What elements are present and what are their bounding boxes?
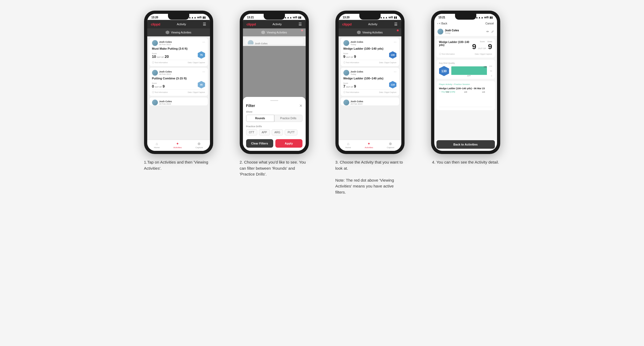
phone-3: 13:20 ▲▲▲ wifi ▮▮ clippd Activity ☰ <box>335 11 405 154</box>
activity-card-3-1[interactable]: Josh Coles Today ··· Wedge Ladder (100–1… <box>341 38 399 66</box>
user-date-1-2: 28 Feb 2023 <box>159 73 172 75</box>
dots-menu-1-1[interactable]: ··· <box>202 40 205 44</box>
step-1-description: 1.Tap on Activities and then 'Viewing Ac… <box>144 159 213 171</box>
bottom-tabs-1: ⌂ Home ✦ Activities ⊕ Capture <box>147 140 210 151</box>
step-2-column: 13:21 ▲▲▲ wifi ▮▮ clippd Activity ☰ <box>232 11 317 177</box>
user-info-1-3: Josh Coles 28 Feb 2023 <box>152 100 172 105</box>
phone-notch-1 <box>168 14 189 20</box>
tag-putt[interactable]: PUTT <box>285 129 297 135</box>
step-1-column: 13:20 ▲▲▲ wifi ▮▮ clippd Activity ☰ <box>136 11 221 171</box>
dots-menu-3-2[interactable]: ··· <box>394 70 396 74</box>
user-info-3-2: Josh Coles Today <box>343 70 363 76</box>
tag-app[interactable]: APP <box>259 129 270 135</box>
screen-content-3: Viewing Activities Josh Coles Today <box>339 28 401 140</box>
score-label-1-1: Score <box>152 53 169 54</box>
filter-actions: Clear Filters Apply <box>246 139 302 148</box>
activity-card-3-3[interactable]: Josh Coles 28 Feb 2023 <box>341 97 399 105</box>
viewing-banner-3[interactable]: Viewing Activities <box>339 28 401 36</box>
user-date-1-3: 28 Feb 2023 <box>159 103 172 105</box>
capture-label-1: Capture <box>195 146 203 149</box>
card-footer-3-2: ⓘ Test Information Data: Clippd Capture <box>343 89 397 94</box>
detail-main-card-4: Wedge Ladder (100–140 yds) Score Shots 9… <box>436 39 495 58</box>
drill-name-3-2: Wedge Ladder (100–140 yds) <box>343 77 397 80</box>
user-name-3-2: Josh Coles <box>351 70 363 73</box>
avatar-1-1 <box>152 40 158 46</box>
detail-sq-card-4: Avg Shot Quality 130 100 50 0 <box>436 60 495 79</box>
drill-name-3-1: Wedge Ladder (100–140 yds) <box>343 47 397 50</box>
user-date-1-1: 28 Feb 2023 <box>159 43 172 46</box>
tag-arg[interactable]: ARG <box>272 129 283 135</box>
tab-home-1[interactable]: ⌂ Home <box>154 142 159 149</box>
viewing-banner-1[interactable]: Viewing Activities <box>147 28 210 36</box>
phone-notch-4 <box>455 14 476 20</box>
score-value-1-2: 0 OUT OF 9 <box>152 84 165 88</box>
tab-activities-3[interactable]: ✦ Activities <box>365 142 373 149</box>
toggle-practice-drills[interactable]: Practice Drills <box>274 115 302 122</box>
user-name-2-bg: Josh Coles <box>255 42 268 44</box>
apply-button[interactable]: Apply <box>275 139 302 148</box>
score-shots-labels: Score Shots <box>480 41 492 42</box>
user-name-3-1: Josh Coles <box>351 41 363 43</box>
card-header-1-3: Josh Coles 28 Feb 2023 <box>152 100 205 105</box>
user-name-3-3: Josh Coles <box>351 100 363 103</box>
activity-card-1-2[interactable]: Josh Coles 28 Feb 2023 ··· Putting Combi… <box>149 68 208 96</box>
tab-capture-3[interactable]: ⊕ Capture <box>387 142 394 149</box>
nav-logo-1: clippd <box>151 22 160 26</box>
user-date-4: Today <box>445 32 459 34</box>
sq-badge-3-2: 118 <box>389 81 397 88</box>
activity-card-2-bg: Josh Coles <box>245 38 304 44</box>
score-shots-group: Score Shots 9 OUT OF 9 <box>472 41 492 51</box>
score-label-3-2: Score <box>343 82 356 84</box>
back-to-activities-button[interactable]: Back to Activities <box>436 140 495 149</box>
footer-info-3-1: ⓘ Test Information <box>343 61 359 64</box>
filter-show-label: Show <box>246 110 302 113</box>
activity-card-1-1[interactable]: Josh Coles 28 Feb 2023 ··· Must Make Put… <box>149 38 208 66</box>
footer-info-3-2: ⓘ Test Information <box>343 91 359 94</box>
hamburger-icon-2[interactable]: ☰ <box>298 22 302 26</box>
sq-display-4: 130 100 50 0 APP <box>439 65 492 77</box>
hamburger-icon-1[interactable]: ☰ <box>203 22 206 26</box>
tab-activities-1[interactable]: ✦ Activities <box>173 142 182 149</box>
back-button-4[interactable]: ‹ < Back <box>437 22 447 25</box>
battery-icon-4: ▮▮ <box>490 16 493 19</box>
phone-screen-4: 13:21 ▲▲▲ wifi ▮▮ ‹ < Back Cancel <box>434 14 497 151</box>
hex-icon-1 <box>166 31 169 34</box>
battery-icon-2: ▮▮ <box>298 16 301 19</box>
edit-icon-4[interactable]: ✏ <box>486 30 489 33</box>
expand-icon-4[interactable]: ⤢ <box>491 30 494 33</box>
user-info-3-1: Josh Coles Today <box>343 40 363 46</box>
cancel-button-4[interactable]: Cancel <box>485 22 494 25</box>
detail-drill-name-4: Wedge Ladder (100–140 yds) <box>439 41 472 46</box>
nav-bar-3: clippd Activity ☰ <box>339 20 401 28</box>
activity-card-3-2[interactable]: Josh Coles Today ··· Wedge Ladder (100–1… <box>341 68 399 96</box>
activity-card-1-3[interactable]: Josh Coles 28 Feb 2023 <box>149 97 208 105</box>
tag-ott[interactable]: OTT <box>246 129 257 135</box>
dots-menu-1-2[interactable]: ··· <box>202 70 205 74</box>
nav-logo-3: clippd <box>342 22 352 26</box>
session-title-4: Wedge Ladder (100–140 yds) - 06 Mar 23 <box>439 87 492 90</box>
stats-row-3-1: Score 9 OUT OF 9 130 <box>343 51 397 59</box>
status-icons-3: ▲▲▲ wifi ▮▮ <box>380 16 397 19</box>
footer-data-3-1: Data: Clippd Capture <box>379 61 396 64</box>
score-label-3-1: Score <box>343 53 356 54</box>
tab-home-3[interactable]: ⌂ Home <box>345 142 351 149</box>
user-name-1-3: Josh Coles <box>159 100 172 103</box>
hamburger-icon-3[interactable]: ☰ <box>394 22 398 26</box>
card-header-3-2: Josh Coles Today ··· <box>343 70 397 76</box>
filter-close-icon[interactable]: ✕ <box>299 104 302 108</box>
toggle-rounds[interactable]: Rounds <box>246 115 274 122</box>
banner-text-1: Viewing Activities <box>171 31 191 34</box>
viewing-banner-2-bg: Viewing Activities <box>243 28 306 36</box>
avatar-1-3 <box>152 100 158 105</box>
tab-capture-1[interactable]: ⊕ Capture <box>195 142 203 149</box>
phone-screen-3: 13:20 ▲▲▲ wifi ▮▮ clippd Activity ☰ <box>339 14 401 151</box>
activities-icon-3: ✦ <box>367 142 371 146</box>
sq-card-label-4: Avg Shot Quality <box>439 62 492 64</box>
activities-icon-1: ✦ <box>176 142 179 146</box>
clear-filters-button[interactable]: Clear Filters <box>246 139 273 148</box>
drill-tags: OTT APP ARG PUTT <box>246 129 302 135</box>
status-icons-4: ▲▲▲ wifi ▮▮ <box>475 16 493 19</box>
dots-menu-3-1[interactable]: ··· <box>394 40 396 44</box>
bottom-tabs-3: ⌂ Home ✦ Activities ⊕ Capture <box>339 140 401 151</box>
capture-icon-3: ⊕ <box>389 142 392 146</box>
